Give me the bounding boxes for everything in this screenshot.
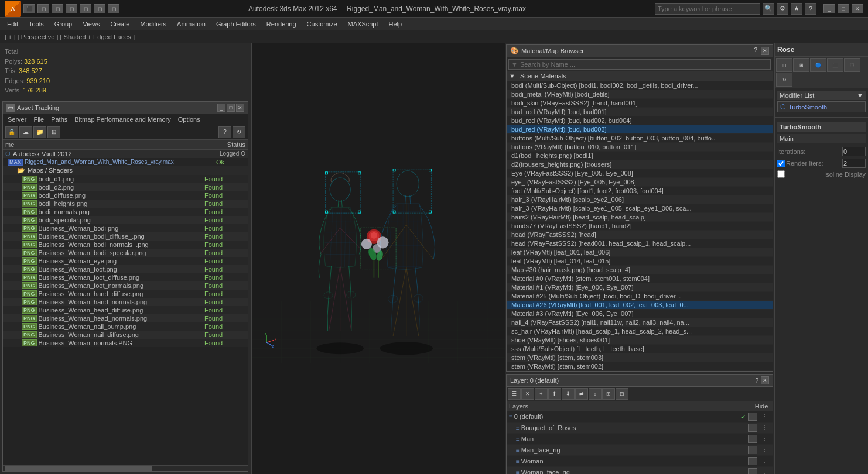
titlebar-btn-2[interactable]: ◻ [37, 4, 49, 13]
titlebar-btn-3[interactable]: ◻ [52, 4, 63, 13]
asset-menu-server[interactable]: Server [5, 115, 29, 123]
asset-file-row[interactable]: PNG Business_Woman_hand_normals.png Foun… [3, 298, 248, 306]
titlebar-btn-7[interactable]: ◻ [108, 4, 119, 13]
layer-item[interactable]: ≡ 0 (default) ✓ ⋮ [507, 411, 773, 423]
render-iters-input[interactable] [842, 159, 866, 168]
asset-tool-btn-3[interactable]: 📁 [33, 126, 46, 138]
scene-materials-header[interactable]: ▼ Scene Materials [507, 71, 773, 81]
menu-group[interactable]: Group [50, 19, 77, 29]
mat-list-item[interactable]: head (VRayFastSSS2) [head] [507, 231, 773, 239]
asset-tool-btn-1[interactable]: 🔒 [5, 126, 18, 138]
turbsmooth-item[interactable]: ⬡ TurboSmooth [777, 101, 866, 112]
layer-item[interactable]: ≡ Woman_face_rig ⋮ [507, 467, 773, 474]
viewport[interactable]: X Y Z [252, 43, 505, 474]
mat-list-item[interactable]: Material #3 (VRayMtl) [Eye_006, Eye_007] [507, 310, 773, 318]
search-input[interactable] [655, 3, 760, 15]
layers-tb-btn-8[interactable]: ⊞ [602, 388, 615, 400]
menu-maxscript[interactable]: MAXScript [343, 19, 383, 29]
asset-menu-options[interactable]: Options [176, 115, 203, 123]
asset-file-row[interactable]: PNG Business_Woman_foot_diffuse.png Foun… [3, 273, 248, 281]
menu-rendering[interactable]: Rendering [262, 19, 301, 29]
asset-file-row[interactable]: PNG Business_Woman_nail_bump.png Found [3, 322, 248, 331]
layers-tb-btn-4[interactable]: ⬆ [548, 388, 561, 400]
fr-btn-6[interactable]: ↻ [776, 73, 792, 87]
asset-menu-paths[interactable]: Paths [49, 115, 70, 123]
isoline-checkbox[interactable] [777, 170, 785, 178]
asset-file-row[interactable]: PNG Business_Woman_bodi.png Found [3, 224, 248, 232]
layers-tb-btn-9[interactable]: ⊟ [616, 388, 628, 400]
mat-list-item[interactable]: buttons (VRayMtl) [button_010, button_01… [507, 143, 773, 152]
mat-list-item[interactable]: buttons (Multi/Sub-Object) [button_002, … [507, 134, 773, 143]
menu-help[interactable]: Help [384, 19, 407, 29]
layers-tb-btn-1[interactable]: ☰ [508, 388, 521, 400]
asset-file-row[interactable]: PNG bodi_d2.png Found [3, 183, 248, 191]
search-btn-2[interactable]: ⚙ [777, 3, 788, 15]
titlebar-btn-1[interactable]: ⬛ [23, 4, 35, 13]
iterations-input[interactable] [842, 147, 866, 156]
menu-create[interactable]: Create [105, 19, 134, 29]
mat-list-item[interactable]: bodi (Multi/Sub-Object) [bodi1, bodi002,… [507, 81, 773, 90]
mat-list-item[interactable]: bodi_skin (VRayFastSSS2) [hand, hand001] [507, 99, 773, 108]
asset-menu-bitmap[interactable]: Bitmap Performance and Memory [72, 115, 173, 123]
asset-scrollbar-h[interactable] [3, 465, 248, 471]
menu-modifiers[interactable]: Modifiers [135, 19, 171, 29]
mat-list-item[interactable]: Material #25 (Multi/Sub-Object) [bodi, b… [507, 292, 773, 301]
titlebar-btn-4[interactable]: ◻ [66, 4, 77, 13]
menu-views[interactable]: Views [78, 19, 104, 29]
mat-question-btn[interactable]: ? [754, 47, 757, 55]
asset-file-row[interactable]: PNG Business_Woman_bodi_diffuse_.png Fou… [3, 232, 248, 241]
mat-list-item[interactable]: hands77 (VRayFastSSS2) [hand1, hand2] [507, 222, 773, 231]
asset-file-row[interactable]: PNG Business_Woman_hand_diffuse.png Foun… [3, 290, 248, 298]
mat-list-item[interactable]: Material #0 (VRayMtl) [stem, stem001, st… [507, 274, 773, 283]
menu-customize[interactable]: Customize [302, 19, 342, 29]
asset-help-btn[interactable]: ? [218, 126, 231, 138]
mat-list-item[interactable]: Material #1 (VRayMtl) [Eye_006, Eye_007] [507, 283, 773, 292]
asset-file-row[interactable]: PNG Business_Woman_bodi_normals_.png Fou… [3, 241, 248, 249]
layers-question-btn[interactable]: ? [755, 377, 758, 384]
asset-menu-file[interactable]: File [31, 115, 46, 123]
mat-list-item[interactable]: nail_4 (VRayFastSSS2) [nail1, nail11w, n… [507, 318, 773, 327]
mat-list-item[interactable]: Eye (VRayFastSSS2) [Eye_005, Eye_008] [507, 169, 773, 178]
asset-file-row[interactable]: PNG bodi_normals.png Found [3, 208, 248, 216]
layers-tb-btn-5[interactable]: ⬇ [562, 388, 575, 400]
mat-list-item[interactable]: bud_red (VRayMtl) [bud, bud001] [507, 108, 773, 116]
menu-graph-editors[interactable]: Graph Editors [211, 19, 261, 29]
layer-vis-box[interactable] [748, 457, 757, 465]
asset-minimize-btn[interactable]: _ [217, 104, 225, 112]
mat-list-item[interactable]: leaf (VRayMtl) [leaf_014, leaf_015] [507, 257, 773, 266]
layer-vis-box[interactable] [748, 435, 757, 443]
asset-close-btn[interactable]: ✕ [236, 104, 244, 112]
menu-animation[interactable]: Animation [172, 19, 210, 29]
asset-tool-btn-2[interactable]: ☁ [19, 126, 32, 138]
search-btn-1[interactable]: 🔍 [763, 3, 774, 15]
mat-list-item[interactable]: hair_3 (VRayHairMtl) [scalp_eye1_005, sc… [507, 204, 773, 213]
mat-list-item[interactable]: eye_ (VRayFastSSS2) [Eye_005, Eye_008] [507, 178, 773, 187]
asset-file-row[interactable]: PNG Business_Woman_head_normals.png Foun… [3, 314, 248, 322]
layer-item[interactable]: ≡ Man ⋮ [507, 434, 773, 445]
mat-list-item[interactable]: Material #26 (VRayMtl) [leaf_001, leaf_0… [507, 301, 773, 310]
mat-list-item[interactable]: sss (Multi/Sub-Object) [L_teeth, L_teeth… [507, 345, 773, 353]
mat-list-item[interactable]: stem (VRayMtl) [stem, stem002] [507, 362, 773, 371]
fr-btn-4[interactable]: ⬛ [827, 58, 843, 72]
asset-file-row[interactable]: PNG bodi_heights.png Found [3, 200, 248, 208]
layer-vis-box[interactable] [748, 468, 757, 474]
fr-btn-1[interactable]: ◻ [776, 58, 792, 72]
maps-folder[interactable]: 📂 Maps / Shaders [3, 166, 248, 175]
titlebar-btn-6[interactable]: ◻ [94, 4, 105, 13]
asset-file-row[interactable]: PNG Business_Woman_nail_diffuse.png Foun… [3, 331, 248, 339]
mat-list-item[interactable]: head (VRayFastSSS2) [head001, head_scalp… [507, 239, 773, 248]
vault-item[interactable]: ⬡ Autodesk Vault 2012 Logged O [3, 150, 248, 158]
help-btn[interactable]: ? [805, 3, 816, 15]
asset-file-row[interactable]: PNG Business_Woman_head_diffuse.png Foun… [3, 306, 248, 314]
layer-vis-box[interactable] [748, 446, 757, 454]
layer-vis-box[interactable] [748, 424, 757, 432]
layer-vis-box[interactable] [748, 413, 757, 421]
menu-tools[interactable]: Tools [24, 19, 49, 29]
mat-list-item[interactable]: bud_red (VRayMtl) [bud, bud003] [507, 125, 773, 134]
asset-file-row[interactable]: PNG bodi_diffuse.png Found [3, 191, 248, 200]
mat-list-item[interactable]: bud_red (VRayMtl) [bud, bud002, bud004] [507, 116, 773, 125]
mat-list-item[interactable]: leaf (VRayMtl) [leaf_001, leaf_006] [507, 248, 773, 257]
mat-list-item[interactable]: hairs2 (VRayHairMtl) [head_scalp, head_s… [507, 213, 773, 222]
mat-list-item[interactable]: shoe (VRayMtl) [shoes, shoes001] [507, 336, 773, 345]
mat-search-input[interactable] [520, 61, 768, 68]
